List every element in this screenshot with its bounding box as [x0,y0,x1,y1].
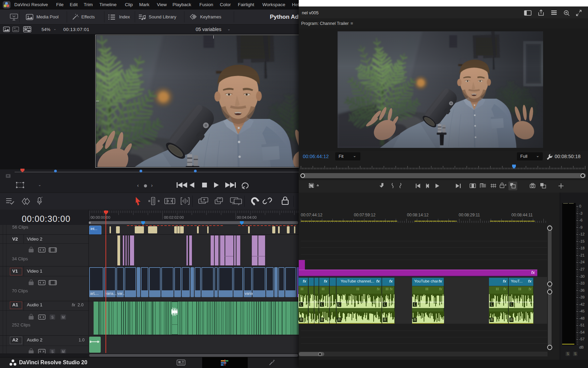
svg-text:M: M [62,350,65,354]
svg-text:M: M [62,316,65,319]
svg-text:S: S [51,316,54,319]
svg-text:S: S [51,350,54,354]
